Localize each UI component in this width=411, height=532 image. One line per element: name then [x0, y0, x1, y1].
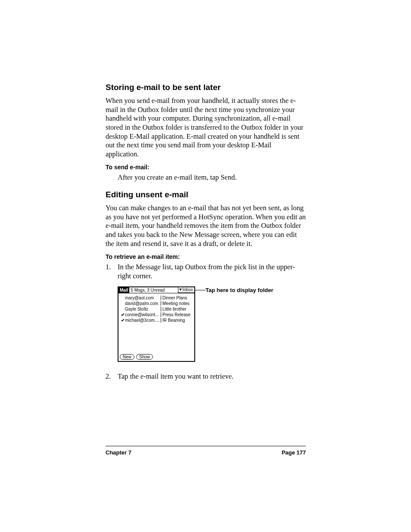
subject-cell: Press Release	[161, 312, 190, 317]
subject-cell: Meeting notes	[161, 301, 190, 306]
page-number: Page 177	[282, 449, 306, 456]
subject-cell: Dinner Plans	[161, 296, 187, 300]
step-1-text: In the Message list, tap Outbox from the…	[118, 263, 306, 280]
msgs-status: 5 Msgs, 3 Unread	[129, 288, 177, 292]
list-item[interactable]: ✔ connie@wilsont... Press Release	[120, 312, 193, 317]
list-item[interactable]: ✔ michael@3com.... IR Beaming	[120, 317, 193, 323]
list-item[interactable]: mary@aol.com Dinner Plans	[120, 295, 193, 301]
callout-leader-line	[195, 290, 206, 290]
device-titlebar: Mail 5 Msgs, 3 Unread Inbox	[118, 287, 194, 293]
from-cell: david@palm.com	[125, 301, 161, 306]
chapter-label: Chapter 7	[106, 449, 131, 456]
folder-picklist[interactable]: Inbox	[178, 287, 194, 293]
label-to-send: To send e-mail:	[106, 164, 306, 171]
step-1: 1. In the Message list, tap Outbox from …	[106, 263, 306, 280]
folder-label: Inbox	[183, 287, 193, 292]
device-button-row: New Show	[120, 354, 153, 360]
page-content: Storing e-mail to be sent later When you…	[106, 83, 306, 387]
app-name: Mail	[118, 287, 129, 293]
step-1-num: 1.	[106, 263, 118, 280]
device-screen: Mail 5 Msgs, 3 Unread Inbox mary@aol.com…	[118, 286, 195, 362]
new-button[interactable]: New	[120, 354, 134, 360]
check-icon: ✔	[120, 312, 125, 317]
list-item[interactable]: Gayle Stoltz Little brother	[120, 306, 193, 312]
from-cell: michael@3com....	[125, 318, 161, 323]
chevron-down-icon	[179, 289, 182, 291]
show-button[interactable]: Show	[136, 354, 153, 360]
step-2-text: Tap the e-mail item you want to retrieve…	[118, 372, 306, 381]
from-cell: Gayle Stoltz	[125, 307, 161, 311]
subject-cell: Little brother	[161, 307, 187, 311]
mail-list: mary@aol.com Dinner Plans david@palm.com…	[118, 293, 194, 323]
check-icon: ✔	[120, 318, 125, 323]
para-editing: You can make changes to an e-mail that h…	[106, 204, 306, 248]
heading-storing: Storing e-mail to be sent later	[106, 83, 306, 92]
figure-mail-list: Mail 5 Msgs, 3 Unread Inbox mary@aol.com…	[118, 286, 306, 362]
subject-cell: IR Beaming	[161, 318, 185, 323]
list-item[interactable]: david@palm.com Meeting notes	[120, 301, 193, 306]
step-2: 2. Tap the e-mail item you want to retri…	[106, 372, 306, 381]
label-to-retrieve: To retrieve an e-mail item:	[106, 253, 306, 260]
step-2-num: 2.	[106, 372, 118, 381]
footer: Chapter 7 Page 177	[106, 449, 306, 456]
from-cell: mary@aol.com	[125, 296, 161, 300]
footer-rule	[106, 446, 306, 446]
text-after-create: After you create an e-mail item, tap Sen…	[118, 173, 306, 182]
para-storing: When you send e-mail from your handheld,…	[106, 96, 306, 159]
callout-text: Tap here to display folder	[206, 287, 273, 293]
from-cell: connie@wilsont...	[125, 312, 161, 317]
heading-editing: Editing unsent e-mail	[106, 190, 306, 199]
